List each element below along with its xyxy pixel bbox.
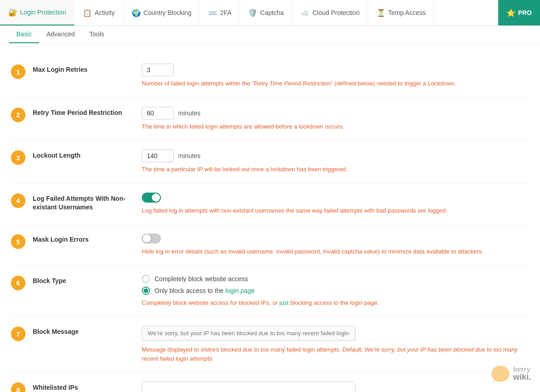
log-failed-attempts-track	[142, 193, 161, 203]
log-failed-attempts-hint: Log failed log in attempts with non-exis…	[142, 206, 529, 215]
2fa-icon: ⌨️	[208, 9, 217, 17]
setting-control-5: Hide log in error details (such as inval…	[142, 233, 529, 256]
setting-row-4: 4 Log Failed Attempts With Non-existant …	[11, 184, 529, 225]
setting-number-8: 8	[11, 382, 25, 392]
setting-number-3: 3	[11, 150, 25, 165]
mask-login-errors-hint: Hide log in error details (such as inval…	[142, 247, 529, 256]
setting-number-2: 2	[11, 108, 25, 122]
sub-navigation: Basic Advanced Tools	[0, 26, 540, 44]
retry-time-period-unit: minutes	[178, 109, 200, 117]
block-type-option-2[interactable]: Only block access to the login page	[142, 287, 529, 295]
mask-login-errors-thumb	[143, 234, 151, 243]
setting-label-3: Lockout Length	[33, 149, 142, 160]
setting-control-7: Message displayed to visitors blocked du…	[142, 326, 529, 363]
block-login-label: Only block access to the login page	[155, 287, 255, 294]
nav-cloud-protection[interactable]: ☁️ Cloud Protection	[292, 0, 368, 25]
retry-time-period-hint: The time in which failed login attempts …	[142, 122, 529, 131]
setting-label-6: Block Type	[33, 275, 142, 286]
nav-temp-access[interactable]: ⏳ Temp Access	[368, 0, 434, 25]
setting-row-2: 2 Retry Time Period Restriction minutes …	[11, 98, 529, 141]
block-type-option-1[interactable]: Completely block website access	[142, 275, 529, 283]
lockout-length-unit: minutes	[178, 152, 200, 159]
block-message-hint: Message displayed to visitors blocked du…	[142, 345, 529, 363]
activity-icon: 📋	[83, 9, 92, 17]
berrywiki-text: berry wiki.	[513, 366, 531, 382]
setting-number-5: 5	[11, 234, 25, 249]
svg-point-0	[491, 366, 510, 382]
whitelisted-ips-textarea[interactable]	[142, 382, 355, 392]
setting-label-1: Max Login Retries	[33, 64, 142, 74]
mask-login-errors-track	[142, 233, 161, 243]
nav-pro[interactable]: ⭐ PRO	[498, 0, 540, 25]
temp-access-icon: ⏳	[376, 9, 385, 17]
setting-control-6: Completely block website access Only blo…	[142, 275, 529, 308]
setting-number-6: 6	[11, 276, 25, 290]
setting-row-1: 1 Max Login Retries Number of failed log…	[11, 55, 529, 98]
login-page-link[interactable]: login page	[225, 287, 255, 294]
nav-country-blocking[interactable]: 🌍 Country Blocking	[124, 0, 200, 25]
lockout-length-hint: The time a particular IP will be locked …	[142, 165, 529, 174]
setting-number-1: 1	[11, 65, 25, 79]
berrywiki-logo: berry wiki.	[490, 365, 531, 383]
log-failed-attempts-toggle[interactable]	[142, 193, 161, 203]
top-navigation: 🔐 Login Protection 📋 Activity 🌍 Country …	[0, 0, 540, 26]
setting-row-7: 7 Block Message Message displayed to vis…	[11, 317, 529, 372]
block-all-label: Completely block website access	[155, 275, 248, 283]
retry-time-period-input[interactable]	[142, 107, 174, 119]
mask-login-errors-toggle[interactable]	[142, 233, 161, 243]
just-link[interactable]: just	[280, 299, 289, 306]
setting-control-8: List of IP addresses that will never be …	[142, 382, 529, 392]
nav-2fa[interactable]: ⌨️ 2FA	[200, 0, 240, 25]
block-login-radio[interactable]	[142, 287, 150, 295]
main-content: 1 Max Login Retries Number of failed log…	[0, 44, 540, 392]
subnav-tools[interactable]: Tools	[82, 26, 112, 43]
block-all-radio[interactable]	[142, 275, 150, 283]
setting-label-4: Log Failed Attempts With Non-existant Us…	[33, 193, 142, 212]
block-message-input[interactable]	[142, 326, 355, 341]
setting-label-2: Retry Time Period Restriction	[33, 107, 142, 118]
setting-row-5: 5 Mask Login Errors Hide log in error de…	[11, 224, 529, 266]
log-failed-attempts-thumb	[152, 194, 160, 202]
setting-label-8: Whitelisted IPs	[33, 382, 142, 392]
country-blocking-icon: 🌍	[132, 9, 141, 17]
subnav-basic[interactable]: Basic	[9, 26, 39, 43]
captcha-icon: 🛡️	[248, 9, 257, 17]
nav-login-protection[interactable]: 🔐 Login Protection	[0, 0, 75, 25]
setting-control-3: minutes The time a particular IP will be…	[142, 149, 529, 174]
login-protection-icon: 🔐	[8, 8, 17, 17]
setting-control-1: Number of failed login attempts within t…	[142, 64, 529, 88]
nav-captcha[interactable]: 🛡️ Captcha	[240, 0, 292, 25]
setting-number-7: 7	[11, 327, 25, 341]
block-type-hint: Completely block website access for bloc…	[142, 298, 529, 308]
berrywiki-bubble-icon	[490, 365, 510, 383]
setting-row-3: 3 Lockout Length minutes The time a part…	[11, 140, 529, 184]
setting-row-6: 6 Block Type Completely block website ac…	[11, 266, 529, 317]
setting-label-7: Block Message	[33, 326, 142, 337]
nav-activity[interactable]: 📋 Activity	[75, 0, 123, 25]
setting-control-2: minutes The time in which failed login a…	[142, 107, 529, 131]
subnav-advanced[interactable]: Advanced	[39, 26, 82, 43]
setting-number-4: 4	[11, 194, 25, 208]
pro-star-icon: ⭐	[506, 9, 515, 17]
lockout-length-input[interactable]	[142, 149, 174, 162]
cloud-protection-icon: ☁️	[300, 9, 310, 17]
setting-row-8: 8 Whitelisted IPs List of IP addresses t…	[11, 372, 529, 392]
max-login-retries-input[interactable]	[142, 64, 174, 76]
max-login-retries-hint: Number of failed login attempts within t…	[142, 79, 529, 88]
setting-label-5: Mask Login Errors	[33, 233, 142, 244]
setting-control-4: Log failed log in attempts with non-exis…	[142, 193, 529, 215]
